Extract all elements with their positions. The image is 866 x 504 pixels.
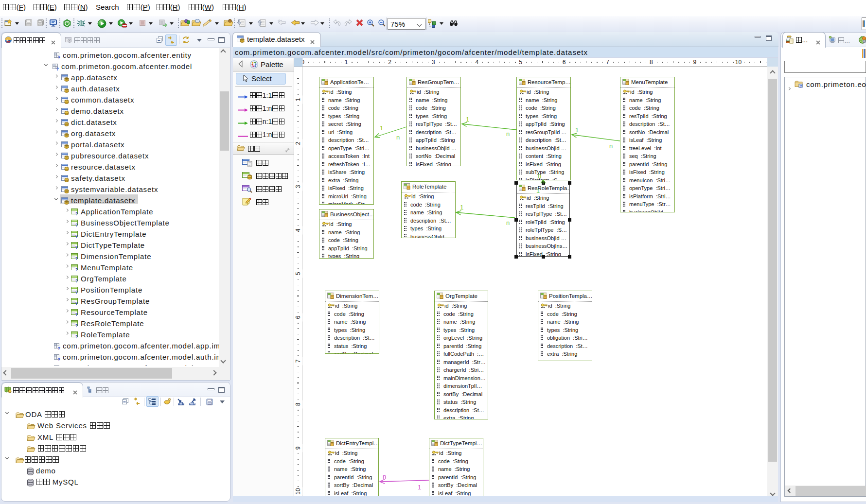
svg-text:1: 1 xyxy=(460,204,463,211)
svg-text:?: ? xyxy=(75,278,79,283)
svg-text:?: ? xyxy=(75,289,79,294)
svg-text:1: 1 xyxy=(418,484,421,491)
svg-text:n: n xyxy=(383,473,386,480)
svg-text:?: ? xyxy=(75,300,79,305)
svg-text:?: ? xyxy=(75,233,79,238)
svg-text:?: ? xyxy=(58,55,61,60)
svg-text:n: n xyxy=(396,134,400,141)
svg-text:?: ? xyxy=(75,334,79,339)
svg-text:1: 1 xyxy=(466,116,469,123)
svg-text:?: ? xyxy=(58,346,61,350)
svg-text:?: ? xyxy=(75,312,79,316)
svg-text:?: ? xyxy=(75,211,79,216)
svg-text:?: ? xyxy=(56,67,59,71)
svg-text:1: 1 xyxy=(380,124,383,132)
svg-text:?: ? xyxy=(75,244,79,249)
svg-text:?: ? xyxy=(58,357,61,362)
svg-text:1: 1 xyxy=(536,187,540,194)
svg-text:n: n xyxy=(538,172,541,179)
svg-text:?: ? xyxy=(75,267,79,272)
svg-text:n: n xyxy=(506,219,510,226)
svg-text:1: 1 xyxy=(575,126,579,134)
svg-text:?: ? xyxy=(75,256,79,261)
svg-text:?: ? xyxy=(75,323,79,328)
svg-text:n: n xyxy=(609,142,613,150)
svg-text:?: ? xyxy=(800,84,802,88)
svg-text:n: n xyxy=(506,130,510,138)
svg-text:?: ? xyxy=(75,222,79,227)
